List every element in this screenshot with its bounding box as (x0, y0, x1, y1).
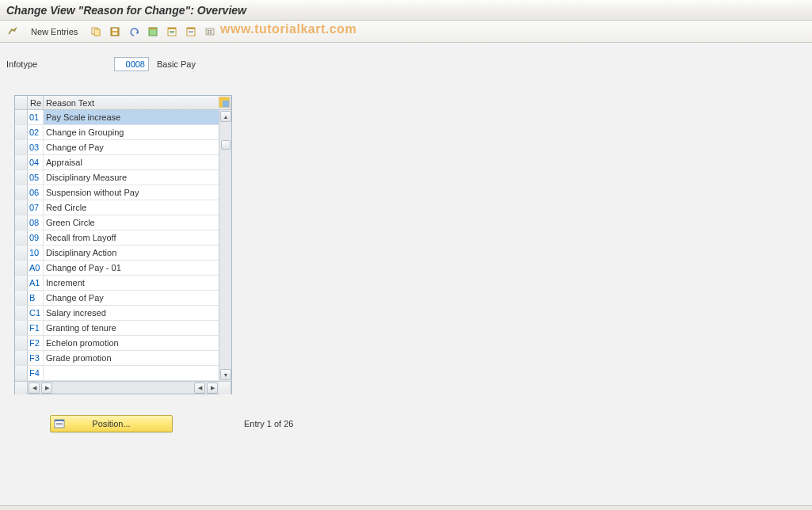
scroll-down-button[interactable]: ▼ (220, 369, 231, 380)
table-row[interactable]: 10Disciplinary Action (15, 245, 219, 261)
row-selector[interactable] (15, 336, 28, 350)
table-row[interactable]: 08Green Circle (15, 215, 219, 230)
hscroll-corner-left (15, 382, 28, 394)
table-row[interactable]: F4 (15, 366, 219, 381)
scroll-up-button[interactable]: ▲ (220, 111, 231, 122)
table-row[interactable]: A0Change of Pay - 01 (15, 261, 219, 276)
scroll-right-end-button[interactable]: ▶ (207, 382, 218, 394)
row-selector[interactable] (15, 110, 28, 124)
table-row[interactable]: 05Disciplinary Measure (15, 170, 219, 185)
cell-text[interactable]: Change in Grouping (44, 125, 219, 139)
new-entries-button[interactable]: New Entries (24, 25, 85, 39)
cell-code[interactable]: 04 (28, 155, 44, 169)
scroll-left-button[interactable]: ◀ (29, 382, 40, 394)
table-row[interactable]: 06Suspension without Pay (15, 185, 219, 200)
row-selector[interactable] (15, 306, 28, 320)
toggle-display-icon[interactable] (5, 24, 21, 40)
cell-text[interactable]: Salary incresed (44, 306, 219, 320)
delimit-icon[interactable] (202, 24, 218, 40)
cell-code[interactable]: 05 (28, 170, 44, 185)
cell-text[interactable]: Grade promotion (44, 351, 219, 365)
table-row[interactable]: BChange of Pay (15, 291, 219, 306)
cell-text[interactable]: Change of Pay (44, 291, 219, 305)
cell-text[interactable]: Suspension without Pay (44, 185, 219, 200)
cell-code[interactable]: F1 (28, 321, 44, 335)
grid-header-text-label: Reason Text (46, 98, 94, 108)
cell-code[interactable]: F2 (28, 336, 44, 350)
grid-header-text[interactable]: Reason Text (44, 96, 231, 109)
row-selector[interactable] (15, 366, 28, 380)
select-block-icon[interactable] (164, 24, 180, 40)
deselect-all-icon[interactable] (183, 24, 199, 40)
cell-code[interactable]: 09 (28, 230, 44, 245)
row-selector[interactable] (15, 155, 28, 169)
table-row[interactable]: C1Salary incresed (15, 306, 219, 321)
table-row[interactable]: 03Change of Pay (15, 140, 219, 155)
scroll-left-end-button[interactable]: ◀ (194, 382, 205, 394)
table-row[interactable]: F1Granting of tenure (15, 321, 219, 336)
cell-code[interactable]: 03 (28, 140, 44, 154)
row-selector[interactable] (15, 245, 28, 260)
row-selector[interactable] (15, 291, 28, 305)
table-row[interactable]: F3Grade promotion (15, 351, 219, 366)
cell-text[interactable]: Green Circle (44, 215, 219, 230)
cell-code[interactable]: 01 (28, 110, 44, 124)
row-selector[interactable] (15, 125, 28, 139)
cell-text[interactable]: Disciplinary Measure (44, 170, 219, 185)
cell-text[interactable]: Pay Scale increase (44, 110, 219, 124)
table-row[interactable]: 02Change in Grouping (15, 125, 219, 140)
cell-code[interactable]: F3 (28, 351, 44, 365)
cell-code[interactable]: 10 (28, 245, 44, 260)
svg-rect-10 (170, 32, 174, 33)
vertical-scrollbar[interactable]: ▲ ▼ (219, 110, 231, 381)
cell-code[interactable]: 06 (28, 185, 44, 200)
row-selector[interactable] (15, 230, 28, 245)
cell-text[interactable]: Red Circle (44, 200, 219, 215)
table-row[interactable]: F2Echelon promotion (15, 336, 219, 351)
cell-code[interactable]: A1 (28, 276, 44, 290)
cell-text[interactable]: Echelon promotion (44, 336, 219, 350)
cell-code[interactable]: C1 (28, 306, 44, 320)
row-selector[interactable] (15, 185, 28, 200)
cell-code[interactable]: B (28, 291, 44, 305)
cell-code[interactable]: F4 (28, 366, 44, 380)
row-selector[interactable] (15, 140, 28, 154)
row-selector[interactable] (15, 321, 28, 335)
cell-text[interactable] (44, 366, 219, 380)
table-row[interactable]: 01Pay Scale increase (15, 110, 219, 125)
table-row[interactable]: A1Increment (15, 276, 219, 291)
cell-text[interactable]: Appraisal (44, 155, 219, 169)
cell-text[interactable]: Granting of tenure (44, 321, 219, 335)
cell-code[interactable]: 02 (28, 125, 44, 139)
scroll-right-button[interactable]: ▶ (41, 382, 52, 394)
row-selector[interactable] (15, 351, 28, 365)
row-selector[interactable] (15, 261, 28, 275)
cell-text[interactable]: Change of Pay (44, 140, 219, 154)
scroll-thumb[interactable] (221, 140, 231, 150)
table-row[interactable]: 07Red Circle (15, 200, 219, 215)
cell-text[interactable]: Recall from Layoff (44, 230, 219, 245)
table-row[interactable]: 04Appraisal (15, 155, 219, 170)
table-settings-icon[interactable] (219, 97, 230, 108)
cell-code[interactable]: A0 (28, 261, 44, 275)
horizontal-scrollbar: ◀ ▶ ◀ ▶ (15, 381, 231, 394)
row-selector[interactable] (15, 276, 28, 290)
table-row[interactable]: 09Recall from Layoff (15, 230, 219, 245)
cell-code[interactable]: 07 (28, 200, 44, 215)
grid-header-code[interactable]: Re (28, 96, 44, 109)
row-selector[interactable] (15, 170, 28, 185)
cell-text[interactable]: Disciplinary Action (44, 245, 219, 260)
select-all-icon[interactable] (145, 24, 161, 40)
position-button[interactable]: Position... (50, 415, 173, 432)
row-selector[interactable] (15, 200, 28, 215)
copy-icon[interactable] (88, 24, 104, 40)
cell-code[interactable]: 08 (28, 215, 44, 230)
infotype-input[interactable] (114, 57, 149, 71)
row-selector[interactable] (15, 215, 28, 230)
save-icon[interactable] (107, 24, 123, 40)
svg-rect-18 (208, 32, 209, 34)
cell-text[interactable]: Change of Pay - 01 (44, 261, 219, 275)
cell-text[interactable]: Increment (44, 276, 219, 290)
undo-icon[interactable] (126, 24, 142, 40)
grid-header-selector[interactable] (15, 96, 28, 109)
